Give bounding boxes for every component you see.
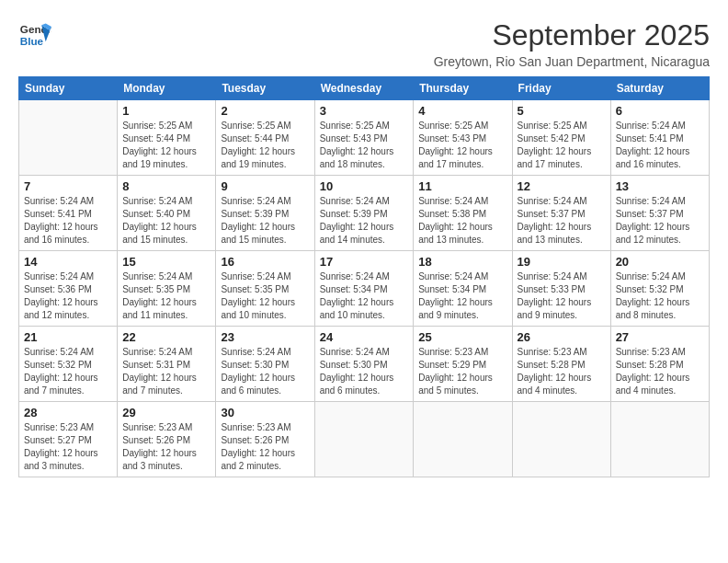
calendar-cell: 25Sunrise: 5:23 AM Sunset: 5:29 PM Dayli… bbox=[414, 327, 512, 402]
calendar-cell: 2Sunrise: 5:25 AM Sunset: 5:44 PM Daylig… bbox=[216, 100, 314, 176]
calendar-week-row: 28Sunrise: 5:23 AM Sunset: 5:27 PM Dayli… bbox=[19, 402, 710, 477]
day-number: 15 bbox=[122, 255, 210, 269]
day-number: 7 bbox=[24, 179, 112, 193]
day-number: 25 bbox=[418, 330, 506, 344]
day-info: Sunrise: 5:24 AM Sunset: 5:39 PM Dayligh… bbox=[320, 195, 409, 247]
day-info: Sunrise: 5:24 AM Sunset: 5:31 PM Dayligh… bbox=[122, 346, 210, 397]
day-number: 10 bbox=[320, 179, 409, 193]
day-info: Sunrise: 5:23 AM Sunset: 5:29 PM Dayligh… bbox=[418, 346, 506, 397]
day-number: 5 bbox=[518, 104, 606, 118]
day-number: 11 bbox=[418, 179, 506, 193]
day-number: 26 bbox=[518, 330, 606, 344]
day-number: 24 bbox=[320, 330, 409, 344]
calendar-cell bbox=[610, 402, 709, 477]
calendar-cell: 10Sunrise: 5:24 AM Sunset: 5:39 PM Dayli… bbox=[314, 176, 414, 251]
calendar-week-row: 7Sunrise: 5:24 AM Sunset: 5:41 PM Daylig… bbox=[19, 176, 710, 251]
calendar-cell bbox=[414, 402, 512, 477]
day-info: Sunrise: 5:24 AM Sunset: 5:34 PM Dayligh… bbox=[320, 270, 409, 322]
day-info: Sunrise: 5:24 AM Sunset: 5:37 PM Dayligh… bbox=[616, 195, 704, 247]
day-info: Sunrise: 5:24 AM Sunset: 5:38 PM Dayligh… bbox=[418, 195, 506, 247]
day-info: Sunrise: 5:24 AM Sunset: 5:35 PM Dayligh… bbox=[122, 270, 210, 322]
day-number: 4 bbox=[418, 104, 506, 118]
calendar-week-row: 1Sunrise: 5:25 AM Sunset: 5:44 PM Daylig… bbox=[19, 100, 710, 176]
calendar-day-header: Sunday bbox=[19, 77, 118, 100]
day-info: Sunrise: 5:25 AM Sunset: 5:43 PM Dayligh… bbox=[320, 120, 409, 171]
day-number: 18 bbox=[418, 255, 506, 269]
calendar-cell: 15Sunrise: 5:24 AM Sunset: 5:35 PM Dayli… bbox=[118, 251, 216, 327]
day-info: Sunrise: 5:24 AM Sunset: 5:32 PM Dayligh… bbox=[616, 270, 704, 322]
day-number: 22 bbox=[122, 330, 210, 344]
logo-icon: General Blue bbox=[18, 18, 51, 52]
calendar-cell: 5Sunrise: 5:25 AM Sunset: 5:42 PM Daylig… bbox=[512, 100, 610, 176]
calendar-cell: 28Sunrise: 5:23 AM Sunset: 5:27 PM Dayli… bbox=[19, 402, 118, 477]
calendar-cell: 27Sunrise: 5:23 AM Sunset: 5:28 PM Dayli… bbox=[610, 327, 709, 402]
calendar-cell: 4Sunrise: 5:25 AM Sunset: 5:43 PM Daylig… bbox=[414, 100, 512, 176]
calendar-cell: 26Sunrise: 5:23 AM Sunset: 5:28 PM Dayli… bbox=[512, 327, 610, 402]
calendar-cell: 11Sunrise: 5:24 AM Sunset: 5:38 PM Dayli… bbox=[414, 176, 512, 251]
day-info: Sunrise: 5:24 AM Sunset: 5:39 PM Dayligh… bbox=[221, 195, 309, 247]
calendar-header-row: SundayMondayTuesdayWednesdayThursdayFrid… bbox=[19, 77, 710, 100]
calendar-cell bbox=[512, 402, 610, 477]
calendar-cell: 1Sunrise: 5:25 AM Sunset: 5:44 PM Daylig… bbox=[118, 100, 216, 176]
day-number: 1 bbox=[122, 104, 210, 118]
day-info: Sunrise: 5:24 AM Sunset: 5:35 PM Dayligh… bbox=[221, 270, 309, 322]
calendar-day-header: Wednesday bbox=[314, 77, 414, 100]
calendar-cell: 19Sunrise: 5:24 AM Sunset: 5:33 PM Dayli… bbox=[512, 251, 610, 327]
day-info: Sunrise: 5:24 AM Sunset: 5:40 PM Dayligh… bbox=[122, 195, 210, 247]
calendar-cell: 13Sunrise: 5:24 AM Sunset: 5:37 PM Dayli… bbox=[610, 176, 709, 251]
day-info: Sunrise: 5:25 AM Sunset: 5:42 PM Dayligh… bbox=[518, 120, 606, 171]
calendar-cell: 14Sunrise: 5:24 AM Sunset: 5:36 PM Dayli… bbox=[19, 251, 118, 327]
calendar-cell: 6Sunrise: 5:24 AM Sunset: 5:41 PM Daylig… bbox=[610, 100, 709, 176]
calendar-cell: 29Sunrise: 5:23 AM Sunset: 5:26 PM Dayli… bbox=[118, 402, 216, 477]
day-number: 27 bbox=[616, 330, 704, 344]
calendar-cell: 20Sunrise: 5:24 AM Sunset: 5:32 PM Dayli… bbox=[610, 251, 709, 327]
calendar-week-row: 14Sunrise: 5:24 AM Sunset: 5:36 PM Dayli… bbox=[19, 251, 710, 327]
calendar-day-header: Friday bbox=[512, 77, 610, 100]
day-number: 9 bbox=[221, 179, 309, 193]
calendar-cell: 24Sunrise: 5:24 AM Sunset: 5:30 PM Dayli… bbox=[314, 327, 414, 402]
calendar-week-row: 21Sunrise: 5:24 AM Sunset: 5:32 PM Dayli… bbox=[19, 327, 710, 402]
calendar-cell: 9Sunrise: 5:24 AM Sunset: 5:39 PM Daylig… bbox=[216, 176, 314, 251]
day-info: Sunrise: 5:23 AM Sunset: 5:26 PM Dayligh… bbox=[221, 421, 309, 473]
calendar-cell bbox=[19, 100, 118, 176]
calendar-cell: 22Sunrise: 5:24 AM Sunset: 5:31 PM Dayli… bbox=[118, 327, 216, 402]
day-number: 29 bbox=[122, 406, 210, 419]
logo: General Blue bbox=[18, 18, 51, 52]
calendar-day-header: Tuesday bbox=[216, 77, 314, 100]
day-number: 14 bbox=[24, 255, 112, 269]
calendar-cell bbox=[314, 402, 414, 477]
day-number: 3 bbox=[320, 104, 409, 118]
calendar-cell: 8Sunrise: 5:24 AM Sunset: 5:40 PM Daylig… bbox=[118, 176, 216, 251]
day-info: Sunrise: 5:24 AM Sunset: 5:30 PM Dayligh… bbox=[221, 346, 309, 397]
calendar-day-header: Thursday bbox=[414, 77, 512, 100]
calendar-day-header: Saturday bbox=[610, 77, 709, 100]
day-info: Sunrise: 5:25 AM Sunset: 5:44 PM Dayligh… bbox=[122, 120, 210, 171]
day-info: Sunrise: 5:25 AM Sunset: 5:43 PM Dayligh… bbox=[418, 120, 506, 171]
day-info: Sunrise: 5:23 AM Sunset: 5:26 PM Dayligh… bbox=[122, 421, 210, 473]
day-info: Sunrise: 5:24 AM Sunset: 5:41 PM Dayligh… bbox=[616, 120, 704, 171]
svg-text:Blue: Blue bbox=[20, 35, 44, 47]
day-info: Sunrise: 5:24 AM Sunset: 5:37 PM Dayligh… bbox=[518, 195, 606, 247]
page-header: General Blue September 2025 Greytown, Ri… bbox=[18, 18, 710, 69]
day-number: 8 bbox=[122, 179, 210, 193]
calendar-cell: 3Sunrise: 5:25 AM Sunset: 5:43 PM Daylig… bbox=[314, 100, 414, 176]
day-info: Sunrise: 5:23 AM Sunset: 5:27 PM Dayligh… bbox=[24, 421, 112, 473]
day-number: 21 bbox=[24, 330, 112, 344]
day-info: Sunrise: 5:24 AM Sunset: 5:36 PM Dayligh… bbox=[24, 270, 112, 322]
day-info: Sunrise: 5:24 AM Sunset: 5:34 PM Dayligh… bbox=[418, 270, 506, 322]
day-info: Sunrise: 5:24 AM Sunset: 5:41 PM Dayligh… bbox=[24, 195, 112, 247]
title-area: September 2025 Greytown, Rio San Juan De… bbox=[434, 18, 710, 69]
day-info: Sunrise: 5:23 AM Sunset: 5:28 PM Dayligh… bbox=[616, 346, 704, 397]
calendar-cell: 12Sunrise: 5:24 AM Sunset: 5:37 PM Dayli… bbox=[512, 176, 610, 251]
day-info: Sunrise: 5:23 AM Sunset: 5:28 PM Dayligh… bbox=[518, 346, 606, 397]
calendar-cell: 23Sunrise: 5:24 AM Sunset: 5:30 PM Dayli… bbox=[216, 327, 314, 402]
day-number: 17 bbox=[320, 255, 409, 269]
day-number: 19 bbox=[518, 255, 606, 269]
calendar-day-header: Monday bbox=[118, 77, 216, 100]
day-number: 13 bbox=[616, 179, 704, 193]
subtitle: Greytown, Rio San Juan Department, Nicar… bbox=[434, 54, 710, 69]
calendar-cell: 7Sunrise: 5:24 AM Sunset: 5:41 PM Daylig… bbox=[19, 176, 118, 251]
day-number: 2 bbox=[221, 104, 309, 118]
day-number: 23 bbox=[221, 330, 309, 344]
calendar-cell: 16Sunrise: 5:24 AM Sunset: 5:35 PM Dayli… bbox=[216, 251, 314, 327]
